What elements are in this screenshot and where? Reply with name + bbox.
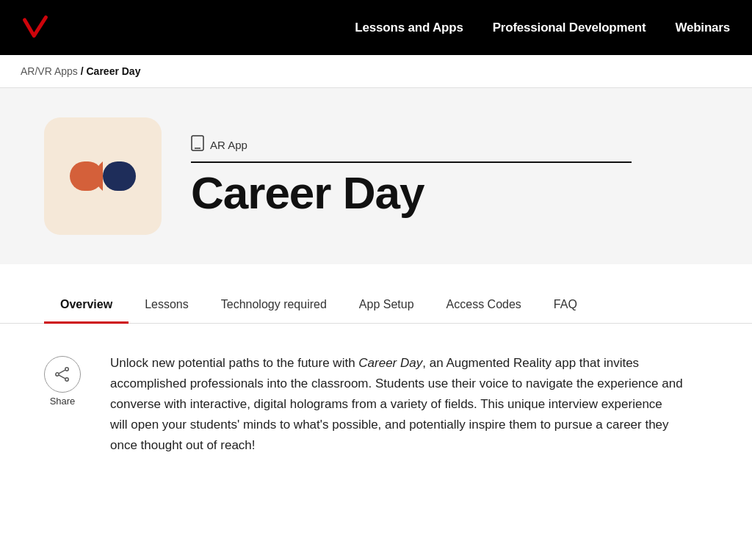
overview-paragraph: Unlock new potential paths to the future… — [110, 353, 683, 456]
share-label: Share — [50, 396, 76, 407]
nav-professional-development[interactable]: Professional Development — [493, 21, 646, 35]
svg-point-6 — [56, 373, 59, 376]
tab-app-setup[interactable]: App Setup — [343, 286, 430, 323]
tab-technology-required[interactable]: Technology required — [205, 286, 343, 323]
svg-point-4 — [65, 368, 68, 371]
breadcrumb-parent-link[interactable]: AR/VR Apps — [21, 65, 78, 77]
verizon-logo-icon — [22, 15, 48, 41]
tab-faq[interactable]: FAQ — [538, 286, 593, 323]
content-section: Share Unlock new potential paths to the … — [0, 324, 752, 485]
app-type-text: AR App — [210, 139, 247, 151]
svg-line-7 — [59, 370, 65, 374]
nav-webinars[interactable]: Webinars — [675, 21, 730, 35]
breadcrumb-current: Career Day — [87, 65, 141, 77]
main-header: Lessons and Apps Professional Developmen… — [0, 0, 752, 55]
tabs-nav: Overview Lessons Technology required App… — [0, 286, 752, 324]
logo-area — [22, 15, 48, 41]
svg-line-8 — [59, 375, 65, 379]
overview-text-body: , an Augmented Reality app that invites … — [110, 356, 683, 452]
main-nav: Lessons and Apps Professional Developmen… — [355, 21, 730, 35]
overview-italic-title: Career Day — [358, 356, 422, 370]
share-icon — [54, 366, 70, 382]
nav-lessons-and-apps[interactable]: Lessons and Apps — [355, 21, 463, 35]
hero-section: AR App Career Day — [0, 88, 752, 264]
svg-rect-1 — [103, 161, 136, 191]
app-icon-container — [44, 117, 162, 235]
svg-rect-0 — [70, 161, 103, 191]
overview-text-intro: Unlock new potential paths to the future… — [110, 356, 358, 370]
tab-access-codes[interactable]: Access Codes — [430, 286, 538, 323]
breadcrumb-separator: / — [81, 65, 87, 77]
app-icon-graphic — [62, 154, 143, 198]
share-button[interactable] — [44, 356, 81, 393]
tab-lessons[interactable]: Lessons — [129, 286, 205, 323]
app-title: Career Day — [191, 169, 632, 217]
tab-overview[interactable]: Overview — [44, 286, 129, 323]
breadcrumb-bar: AR/VR Apps / Career Day — [0, 55, 752, 88]
breadcrumb: AR/VR Apps / Career Day — [21, 65, 731, 77]
tabs-list: Overview Lessons Technology required App… — [44, 286, 708, 323]
svg-point-5 — [65, 378, 68, 381]
ar-app-icon — [191, 135, 204, 154]
hero-info: AR App Career Day — [191, 135, 632, 217]
share-button-area: Share — [44, 356, 81, 407]
app-type-label: AR App — [191, 135, 632, 163]
